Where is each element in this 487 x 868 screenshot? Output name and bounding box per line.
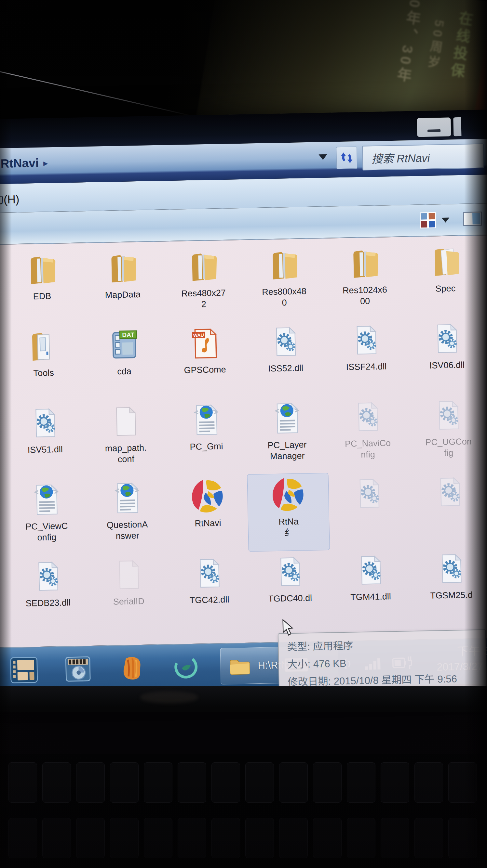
globe-icon bbox=[187, 400, 225, 439]
photo-of-laptop-screen: 0年、30年 50周岁 在线投保 RtNavi ▸ bbox=[0, 0, 487, 868]
file-label: GPSCome bbox=[184, 364, 226, 376]
keyboard-key bbox=[178, 763, 206, 803]
file-item[interactable]: TGDC40.dl bbox=[249, 550, 331, 628]
photo-shadow-left bbox=[0, 0, 12, 868]
keyboard-key bbox=[211, 818, 240, 858]
folder-tools-icon bbox=[24, 327, 63, 366]
file-item[interactable]: Res480x272 bbox=[162, 245, 244, 323]
taskbar-pinned-icons bbox=[9, 652, 201, 685]
globe-icon bbox=[27, 480, 66, 519]
file-item[interactable]: RtNa纟 bbox=[247, 473, 329, 552]
file-item[interactable]: map_path.conf bbox=[85, 399, 167, 478]
keyboard-key bbox=[414, 763, 443, 803]
file-item[interactable]: RtNavi bbox=[167, 475, 249, 553]
file-item[interactable]: Tools bbox=[2, 324, 84, 403]
cursor-arrow-icon bbox=[282, 619, 295, 637]
file-label: TGDC40.dl bbox=[268, 592, 312, 604]
chevron-down-icon[interactable] bbox=[441, 217, 449, 222]
folder-spec-icon bbox=[426, 242, 464, 281]
file-item[interactable]: DATcda bbox=[83, 323, 165, 401]
file-label: ISV51.dll bbox=[27, 444, 63, 456]
file-label: RtNa纟 bbox=[279, 516, 299, 538]
laptop-screen: RtNavi ▸ 搜索 RtNavi 助(H) bbox=[0, 110, 487, 693]
gear-icon bbox=[427, 319, 466, 358]
change-view-button[interactable] bbox=[419, 212, 450, 229]
file-item[interactable]: ISV51.dll bbox=[4, 401, 86, 479]
keyboard-key bbox=[76, 818, 105, 858]
taskbar-app-window-icon[interactable] bbox=[9, 655, 39, 685]
taskbar-browser-swoosh-icon[interactable] bbox=[171, 652, 201, 682]
keyboard-key bbox=[211, 763, 240, 803]
keyboard-key bbox=[110, 818, 139, 858]
file-label: ISSF24.dll bbox=[346, 361, 386, 372]
chevron-right-icon[interactable]: ▸ bbox=[43, 158, 48, 168]
file-list-area: EDBMapDataRes480x272Res800x480Res1024x60… bbox=[0, 235, 487, 648]
file-item[interactable]: WAUGPSCome bbox=[164, 321, 246, 400]
file-label: Res480x272 bbox=[181, 287, 226, 310]
file-item[interactable]: SEDB23.dll bbox=[7, 554, 89, 633]
keyboard-key bbox=[347, 763, 375, 803]
keyboard-key bbox=[8, 763, 37, 803]
file-item[interactable]: PC_LayerManager bbox=[246, 397, 328, 475]
doc-icon bbox=[106, 402, 145, 441]
gear-icon bbox=[25, 403, 64, 442]
gear-icon bbox=[189, 554, 228, 593]
file-item[interactable]: PC_ViewConfig bbox=[5, 478, 87, 556]
app-icon bbox=[268, 475, 308, 515]
file-item[interactable]: ISS52.dll bbox=[244, 320, 326, 398]
file-label: TGM41.dll bbox=[350, 591, 391, 602]
keyboard-key bbox=[110, 763, 139, 803]
minimize-button[interactable] bbox=[417, 117, 451, 137]
file-item[interactable]: Res1024x600 bbox=[324, 242, 406, 320]
file-item[interactable]: Res800x480 bbox=[243, 243, 325, 321]
address-dropdown-icon[interactable] bbox=[318, 154, 327, 160]
file-item[interactable]: EDB bbox=[1, 248, 83, 326]
file-item[interactable]: PC_NaviConfig bbox=[326, 395, 409, 473]
wau-icon: WAU bbox=[185, 324, 224, 363]
keyboard-key bbox=[178, 818, 206, 858]
taskbar-media-player-icon[interactable] bbox=[63, 654, 93, 684]
folder-icon bbox=[103, 249, 142, 288]
globe-icon bbox=[267, 399, 306, 438]
file-label: Spec bbox=[435, 283, 455, 294]
file-label: ISV06.dll bbox=[429, 360, 465, 371]
keyboard-key bbox=[381, 818, 409, 858]
keyboard-key bbox=[381, 763, 409, 803]
keyboard-key bbox=[144, 763, 172, 803]
file-item[interactable]: TGM41.dll bbox=[330, 548, 411, 626]
maximize-button[interactable] bbox=[453, 117, 461, 136]
svg-text:WAU: WAU bbox=[193, 333, 204, 338]
gear-icon bbox=[351, 551, 390, 589]
gear-icon bbox=[349, 474, 388, 513]
keyboard-key bbox=[8, 818, 37, 858]
file-item[interactable]: ISSF24.dll bbox=[325, 318, 407, 397]
globe-icon bbox=[107, 479, 146, 518]
gear-icon bbox=[270, 552, 309, 591]
keyboard-key bbox=[76, 763, 105, 803]
file-item[interactable] bbox=[328, 471, 410, 550]
file-item[interactable]: MapData bbox=[82, 246, 164, 324]
file-label: PC_NaviConfig bbox=[345, 437, 391, 461]
taskbar-orange-app-icon[interactable] bbox=[117, 653, 147, 683]
file-item[interactable]: SerialID bbox=[87, 553, 170, 631]
file-item[interactable]: TGC42.dll bbox=[168, 552, 250, 630]
keyboard-key bbox=[313, 818, 342, 858]
file-label: QuestionAnswer bbox=[107, 519, 148, 542]
views-grid-icon bbox=[419, 212, 436, 229]
file-label: map_path.conf bbox=[105, 442, 147, 465]
bezel-logo bbox=[140, 691, 198, 703]
keyboard-key bbox=[245, 818, 274, 858]
file-item[interactable]: PC_Gmi bbox=[165, 398, 247, 476]
file-item[interactable]: QuestionAnswer bbox=[86, 476, 168, 554]
refresh-icon bbox=[339, 151, 354, 165]
file-label: TGC42.dll bbox=[190, 594, 229, 606]
file-label: PC_Gmi bbox=[190, 441, 223, 452]
app-icon bbox=[188, 477, 227, 516]
file-label: Res800x480 bbox=[262, 286, 307, 309]
refresh-button[interactable] bbox=[336, 147, 357, 169]
folder-icon bbox=[227, 653, 252, 678]
folder-icon bbox=[345, 244, 384, 283]
file-label: PC_LayerManager bbox=[267, 439, 307, 462]
gear-icon bbox=[265, 322, 305, 361]
file-label: Res1024x600 bbox=[343, 284, 388, 307]
